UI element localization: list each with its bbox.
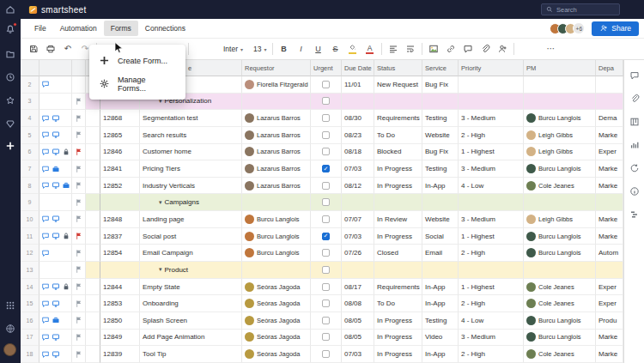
column-header-service[interactable]: Service	[422, 60, 459, 76]
urgent-checkbox[interactable]	[322, 182, 330, 190]
row-icons-cell[interactable]	[39, 330, 72, 347]
requestor-cell[interactable]: Lazarus Barros	[242, 127, 311, 144]
urgent-cell[interactable]	[311, 262, 342, 279]
service-cell[interactable]: In-App	[422, 295, 459, 312]
urgent-cell[interactable]	[311, 144, 342, 161]
collaborator-overflow-badge[interactable]: +6	[573, 22, 585, 34]
urgent-cell[interactable]	[311, 346, 342, 363]
section-name-cell[interactable]: ▾Campaigns	[140, 194, 242, 211]
toolbar-align-button[interactable]	[387, 43, 399, 55]
priority-cell[interactable]: 2 - High	[459, 245, 524, 262]
pm-cell[interactable]: Cole Jeanes	[524, 279, 596, 296]
task-name-cell[interactable]: Tool Tip	[140, 346, 242, 363]
gap-cell[interactable]	[86, 295, 100, 312]
task-name-cell[interactable]: Empty State	[140, 279, 242, 296]
panel-kanban-icon[interactable]	[629, 117, 640, 127]
sidebar-help-icon[interactable]	[5, 324, 15, 334]
department-cell[interactable]	[596, 194, 623, 211]
toolbar-wrap-button[interactable]	[404, 43, 416, 55]
search-input[interactable]: Search	[541, 3, 620, 15]
panel-attach-icon[interactable]	[629, 94, 640, 104]
row-number[interactable]: 14	[21, 279, 39, 296]
task-id-cell[interactable]: 12841	[100, 160, 140, 178]
row-icons-cell[interactable]	[39, 295, 72, 312]
column-header-flag[interactable]	[72, 60, 86, 76]
row-flag-cell[interactable]	[72, 144, 86, 161]
row-icons-cell[interactable]	[39, 279, 72, 296]
sidebar-apps-icon[interactable]	[5, 300, 15, 311]
department-cell[interactable]: Marke	[596, 211, 623, 228]
share-button[interactable]: Share	[592, 21, 639, 36]
row-flag-cell[interactable]	[72, 295, 86, 312]
menu-automation[interactable]: Automation	[53, 21, 104, 36]
task-name-cell[interactable]: Onboarding	[140, 295, 242, 312]
panel-comment-icon[interactable]	[629, 70, 640, 81]
menu-connections[interactable]: Connections	[138, 21, 192, 36]
row-flag-cell[interactable]	[72, 312, 86, 330]
urgent-checkbox[interactable]	[322, 333, 330, 341]
row-number[interactable]: 17	[21, 330, 39, 347]
sidebar-solutions-icon[interactable]	[5, 118, 15, 129]
row-icons-cell[interactable]	[39, 94, 72, 111]
italic-button[interactable]: I	[295, 43, 307, 55]
urgent-checkbox[interactable]	[322, 299, 330, 307]
pm-cell[interactable]: Cole Jeanes	[524, 346, 596, 363]
row-flag-cell[interactable]	[72, 127, 86, 144]
row-flag-cell[interactable]	[72, 330, 86, 347]
task-id-cell[interactable]: 12848	[100, 211, 140, 228]
urgent-checkbox[interactable]	[322, 198, 330, 206]
due-date-cell[interactable]	[342, 262, 374, 279]
priority-cell[interactable]: 2 - High	[459, 346, 524, 363]
due-date-cell[interactable]: 07/03	[342, 228, 374, 245]
strikethrough-button[interactable]: S	[330, 43, 342, 55]
row-flag-cell[interactable]	[72, 194, 86, 211]
service-cell[interactable]: Social	[422, 228, 459, 245]
service-cell[interactable]: Email	[422, 245, 459, 262]
task-id-cell[interactable]: 12852	[100, 178, 140, 195]
task-name-cell[interactable]: Landing page	[140, 211, 242, 228]
row-number[interactable]: 7	[21, 160, 39, 178]
department-cell[interactable]: Marke	[596, 178, 623, 195]
gap-cell[interactable]	[86, 194, 100, 211]
sidebar-create-icon[interactable]	[5, 141, 15, 151]
requestor-cell[interactable]: Fiorella Fitzgerald	[242, 76, 311, 94]
department-cell[interactable]: Produ	[596, 312, 623, 330]
task-id-cell[interactable]: 12854	[100, 245, 140, 262]
priority-cell[interactable]: 3 - Medium	[459, 110, 524, 127]
row-number[interactable]: 13	[21, 262, 39, 279]
pm-cell[interactable]	[524, 76, 596, 94]
due-date-cell[interactable]: 11/01	[342, 76, 374, 94]
column-header-priority[interactable]: Priority	[459, 60, 524, 76]
department-cell[interactable]: Exper	[596, 295, 623, 312]
gap-cell[interactable]	[86, 346, 100, 363]
urgent-cell[interactable]	[311, 110, 342, 127]
sidebar-recents-icon[interactable]	[5, 72, 15, 82]
fill-color-button[interactable]	[347, 43, 359, 55]
requestor-cell[interactable]: Lazarus Barros	[242, 110, 311, 127]
requestor-cell[interactable]	[242, 94, 311, 111]
requestor-cell[interactable]: Seòras Jagoda	[242, 330, 311, 347]
urgent-cell[interactable]	[311, 312, 342, 330]
due-date-cell[interactable]: 08/05	[342, 330, 374, 347]
row-flag-cell[interactable]	[72, 76, 86, 94]
urgent-checkbox[interactable]	[322, 97, 330, 105]
row-number[interactable]: 4	[21, 110, 39, 127]
status-cell[interactable]: In Progress	[374, 330, 422, 347]
urgent-checkbox[interactable]: ✓	[322, 165, 330, 172]
column-header-urgent[interactable]: Urgent	[311, 60, 342, 76]
row-icons-cell[interactable]	[39, 312, 72, 330]
row-number[interactable]: 8	[21, 178, 39, 195]
urgent-checkbox[interactable]	[322, 114, 330, 122]
pm-cell[interactable]: Burcu Langlois	[524, 228, 596, 245]
task-name-cell[interactable]: Search results	[140, 127, 242, 144]
priority-cell[interactable]: 4 - Low	[459, 178, 524, 195]
department-cell[interactable]: Marke	[596, 127, 623, 144]
collapse-icon[interactable]: ▾	[159, 199, 162, 206]
column-header-rownum[interactable]	[21, 60, 39, 76]
due-date-cell[interactable]: 07/03	[342, 346, 374, 363]
bold-button[interactable]: B	[278, 43, 290, 55]
pm-cell[interactable]: Burcu Langlois	[524, 245, 596, 262]
row-flag-cell[interactable]	[72, 279, 86, 296]
row-flag-cell[interactable]	[72, 110, 86, 127]
row-icons-cell[interactable]	[39, 76, 72, 94]
